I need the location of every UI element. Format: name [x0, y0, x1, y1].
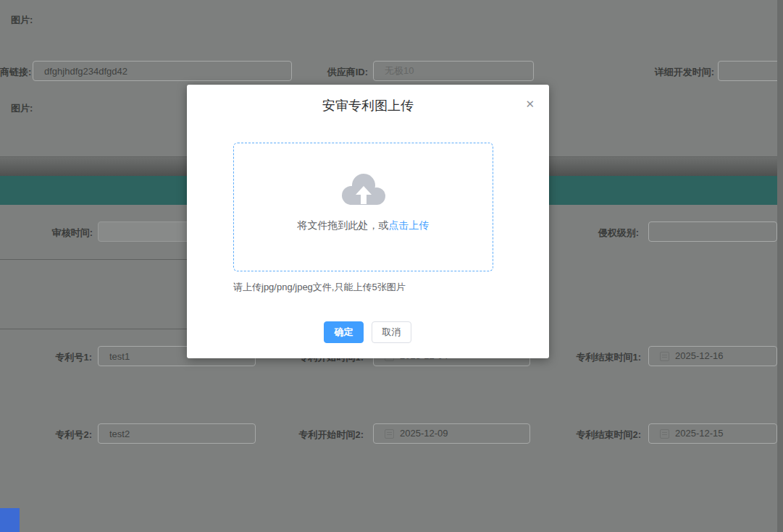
patent-no-1-label: 专利号1:	[47, 351, 92, 364]
patent-start-2-label: 专利开始时间2:	[296, 428, 364, 442]
dev-time-label: 详细开发时间:	[649, 66, 714, 79]
patent-no-2-label: 专利号2:	[47, 428, 92, 442]
patent-no-2-input[interactable]	[98, 423, 256, 444]
patent-start-2-datepicker[interactable]: 2025-12-09	[373, 423, 530, 444]
patent-start-2-value: 2025-12-09	[400, 424, 448, 443]
upload-dialog: 安审专利图上传 ✕ 将文件拖到此处，或点击上传 请上传jpg/png/jpeg文…	[187, 85, 549, 358]
drag-hint-prefix: 将文件拖到此处，或	[298, 219, 389, 231]
upload-tip: 请上传jpg/png/jpeg文件,只能上传5张图片	[233, 281, 406, 294]
cancel-button[interactable]: 取消	[372, 321, 411, 343]
infringe-level-input[interactable]	[648, 221, 777, 242]
patent-end-2-datepicker[interactable]: 2025-12-15	[648, 423, 777, 444]
supplier-id-label: 供应商ID:	[323, 66, 368, 79]
scrollbar-track[interactable]	[777, 0, 783, 532]
patent-end-2-value: 2025-12-15	[675, 424, 724, 443]
bottom-left-accent-button[interactable]	[0, 508, 20, 532]
patent-end-1-value: 2025-12-16	[675, 347, 724, 366]
image-field-label-2: 图片:	[11, 102, 33, 115]
dialog-title: 安审专利图上传	[187, 97, 549, 114]
cloud-upload-icon	[234, 172, 493, 210]
supplier-id-input[interactable]	[373, 61, 534, 81]
calendar-icon	[660, 429, 669, 439]
drag-hint-text: 将文件拖到此处，或点击上传	[234, 219, 493, 232]
screen: 图片: 商链接: 供应商ID: 详细开发时间: 图片: 审核时间: 侵权级别: …	[0, 0, 783, 532]
patent-end-2-label: 专利结束时间2:	[573, 428, 641, 442]
patent-end-1-datepicker[interactable]: 2025-12-16	[648, 346, 777, 366]
supplier-link-input[interactable]	[33, 61, 292, 81]
upload-dropzone[interactable]: 将文件拖到此处，或点击上传	[233, 143, 493, 271]
review-time-label: 审核时间:	[48, 227, 93, 240]
click-upload-link[interactable]: 点击上传	[389, 219, 430, 231]
patent-end-1-label: 专利结束时间1:	[573, 351, 641, 364]
image-field-label: 图片:	[11, 14, 33, 27]
supplier-link-label: 商链接:	[0, 66, 28, 79]
calendar-icon	[660, 352, 669, 361]
close-icon[interactable]: ✕	[525, 98, 535, 109]
calendar-icon	[385, 429, 394, 439]
infringe-level-label: 侵权级别:	[593, 227, 639, 240]
dev-time-input[interactable]	[718, 61, 783, 81]
confirm-button[interactable]: 确定	[324, 321, 364, 343]
